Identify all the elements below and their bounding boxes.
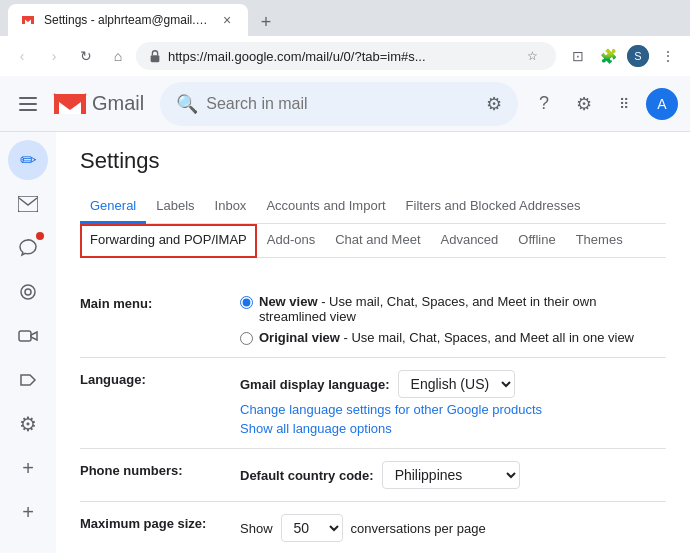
- new-tab-button[interactable]: +: [252, 8, 280, 36]
- language-select[interactable]: English (US) English (UK) Filipino: [398, 370, 515, 398]
- svg-rect-4: [19, 97, 37, 99]
- tab-labels[interactable]: Labels: [146, 190, 204, 224]
- language-row: Language: Gmail display language: Englis…: [80, 358, 666, 449]
- settings-body: Main menu: New view - Use mail, Chat, Sp…: [80, 266, 666, 553]
- svg-text:S: S: [634, 50, 641, 62]
- gmail-logo: Gmail: [52, 90, 144, 118]
- page-title: Settings: [80, 148, 666, 174]
- url-text: https://mail.google.com/mail/u/0/?tab=im…: [168, 49, 514, 64]
- lock-icon: [148, 49, 162, 63]
- sidebar-item-spaces[interactable]: [8, 272, 48, 312]
- page-size-label: Maximum page size:: [80, 514, 240, 531]
- refresh-button[interactable]: ↻: [72, 42, 100, 70]
- main-menu-value: New view - Use mail, Chat, Spaces, and M…: [240, 294, 666, 345]
- sidebar: ✏: [0, 132, 56, 553]
- tab-filters[interactable]: Filters and Blocked Addresses: [396, 190, 591, 224]
- original-view-normal: - Use mail, Chat, Spaces, and Meet all i…: [340, 330, 634, 345]
- phone-value: Default country code: Philippines United…: [240, 461, 666, 489]
- page-size-row: Maximum page size: Show 10 25 50 100: [80, 502, 666, 553]
- forward-button[interactable]: ›: [40, 42, 68, 70]
- tab-general[interactable]: General: [80, 190, 146, 224]
- new-view-text: New view - Use mail, Chat, Spaces, and M…: [259, 294, 666, 324]
- new-view-bold: New view: [259, 294, 318, 309]
- help-button[interactable]: ?: [526, 86, 562, 122]
- svg-point-8: [21, 285, 35, 299]
- tab-themes[interactable]: Themes: [566, 224, 633, 258]
- settings-button[interactable]: ⚙: [566, 86, 602, 122]
- radio-group: New view - Use mail, Chat, Spaces, and M…: [240, 294, 666, 345]
- url-icons: ☆: [520, 44, 544, 68]
- page-size-suffix: conversations per page: [351, 521, 486, 536]
- new-view-radio[interactable]: [240, 296, 253, 309]
- page-size-select-row: Show 10 25 50 100 conversations per page: [240, 514, 666, 542]
- settings-tabs-row1: General Labels Inbox Accounts and Import…: [80, 190, 666, 224]
- page-size-select[interactable]: 10 25 50 100: [281, 514, 343, 542]
- tab-inbox[interactable]: Inbox: [205, 190, 257, 224]
- tab-title: Settings - alphrteam@gmail.com: [44, 13, 210, 27]
- settings-tabs-row2: Forwarding and POP/IMAP Add-ons Chat and…: [80, 224, 666, 258]
- sidebar-item-mail[interactable]: [8, 184, 48, 224]
- url-bar[interactable]: https://mail.google.com/mail/u/0/?tab=im…: [136, 42, 556, 70]
- sidebar-item-labels[interactable]: [8, 360, 48, 400]
- search-input[interactable]: [206, 95, 478, 113]
- show-language-link[interactable]: Show all language options: [240, 421, 666, 436]
- content-area: Settings General Labels Inbox Accounts a…: [56, 132, 690, 553]
- label-icon: [18, 370, 38, 390]
- menu-icon: [19, 97, 37, 111]
- gmail-logo-icon: [52, 90, 88, 118]
- phone-field-label: Default country code:: [240, 468, 374, 483]
- avatar[interactable]: A: [646, 88, 678, 120]
- sidebar-item-compose[interactable]: ✏: [8, 140, 48, 180]
- language-value: Gmail display language: English (US) Eng…: [240, 370, 666, 436]
- home-button[interactable]: ⌂: [104, 42, 132, 70]
- tab-favicon: [20, 12, 36, 28]
- sidebar-item-meet[interactable]: [8, 316, 48, 356]
- original-view-bold: Original view: [259, 330, 340, 345]
- cast-button[interactable]: ⊡: [564, 42, 592, 70]
- page-size-show-label: Show: [240, 521, 273, 536]
- tab-close-button[interactable]: ×: [218, 11, 236, 29]
- active-tab[interactable]: Settings - alphrteam@gmail.com ×: [8, 4, 248, 36]
- svg-rect-7: [18, 196, 38, 212]
- app-grid-button[interactable]: ⠿: [606, 86, 642, 122]
- spaces-icon: [18, 282, 38, 302]
- phone-row: Phone numbers: Default country code: Phi…: [80, 449, 666, 502]
- gmail-header: Gmail 🔍 ⚙ ? ⚙ ⠿ A: [0, 76, 690, 132]
- header-right: ? ⚙ ⠿ A: [526, 86, 678, 122]
- extensions-button[interactable]: 🧩: [594, 42, 622, 70]
- tab-forwarding[interactable]: Forwarding and POP/IMAP: [80, 224, 257, 258]
- chat-icon: [18, 238, 38, 258]
- back-button[interactable]: ‹: [8, 42, 36, 70]
- new-view-option[interactable]: New view - Use mail, Chat, Spaces, and M…: [240, 294, 666, 324]
- tab-addons[interactable]: Add-ons: [257, 224, 325, 258]
- menu-button[interactable]: ⋮: [654, 42, 682, 70]
- mail-icon: [18, 196, 38, 212]
- language-field-label: Gmail display language:: [240, 377, 390, 392]
- change-language-link[interactable]: Change language settings for other Googl…: [240, 402, 666, 417]
- tab-chat-meet[interactable]: Chat and Meet: [325, 224, 430, 258]
- sidebar-item-settings-nav[interactable]: ⚙: [8, 404, 48, 444]
- original-view-radio[interactable]: [240, 332, 253, 345]
- page-size-value: Show 10 25 50 100 conversations per page: [240, 514, 666, 542]
- profile-button[interactable]: S: [624, 42, 652, 70]
- search-icon: 🔍: [176, 93, 198, 115]
- tab-offline[interactable]: Offline: [508, 224, 565, 258]
- phone-select-row: Default country code: Philippines United…: [240, 461, 666, 489]
- gmail-app: Gmail 🔍 ⚙ ? ⚙ ⠿ A ✏: [0, 76, 690, 553]
- sidebar-item-add2[interactable]: +: [8, 492, 48, 532]
- svg-rect-5: [19, 103, 37, 105]
- browser-frame: Settings - alphrteam@gmail.com × + ‹ › ↻…: [0, 0, 690, 553]
- main-menu-row: Main menu: New view - Use mail, Chat, Sp…: [80, 282, 666, 358]
- hamburger-menu[interactable]: [12, 88, 44, 120]
- svg-rect-1: [151, 55, 160, 62]
- language-select-row: Gmail display language: English (US) Eng…: [240, 370, 666, 398]
- search-bar[interactable]: 🔍 ⚙: [160, 82, 518, 126]
- bookmark-icon[interactable]: ☆: [520, 44, 544, 68]
- search-tune-icon[interactable]: ⚙: [486, 93, 502, 115]
- tab-advanced[interactable]: Advanced: [431, 224, 509, 258]
- original-view-option[interactable]: Original view - Use mail, Chat, Spaces, …: [240, 330, 666, 345]
- sidebar-item-chat[interactable]: [8, 228, 48, 268]
- country-code-select[interactable]: Philippines United States United Kingdom: [382, 461, 520, 489]
- sidebar-item-add1[interactable]: +: [8, 448, 48, 488]
- tab-accounts[interactable]: Accounts and Import: [256, 190, 395, 224]
